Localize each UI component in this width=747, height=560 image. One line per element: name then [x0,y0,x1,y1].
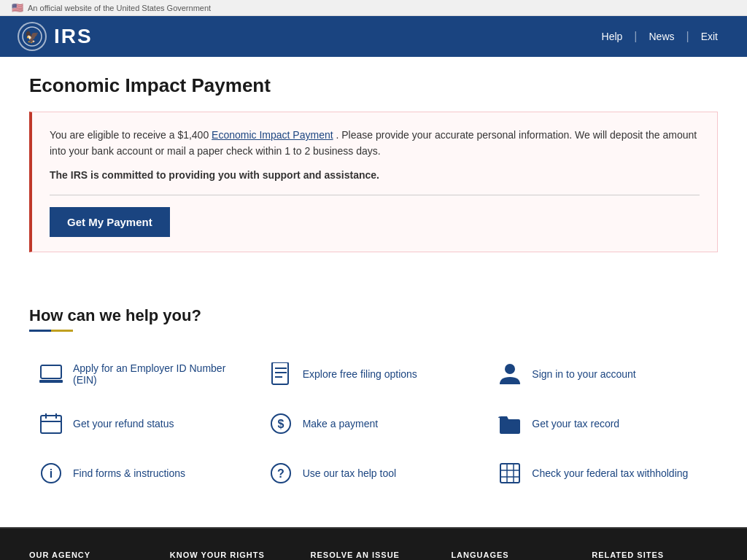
flag-icon: 🇺🇸 [12,2,23,13]
help-item-signin[interactable]: Sign in to your account [488,349,718,399]
laptop-icon [38,361,64,387]
svg-text:?: ? [277,467,285,480]
help-grid: Apply for an Employer ID Number (EIN) Ex… [29,349,718,498]
alert-text: You are eligible to receive a $1,400 Eco… [50,127,700,160]
calendar-icon [38,411,64,437]
nav-exit[interactable]: Exit [689,28,729,45]
info-icon: i [38,460,64,486]
help-link-filing[interactable]: Explore free filing options [303,368,417,380]
irs-logo: 🦅 IRS [18,22,93,51]
alert-bold-text: The IRS is committed to providing you wi… [50,167,700,183]
footer-grid: OUR AGENCY About IRS Careers Operations … [29,551,718,560]
help-item-ein[interactable]: Apply for an Employer ID Number (EIN) [29,349,259,399]
footer-col-languages: LANGUAGES Español 中文 (简体) 中文 (繁體) 한국어 Ру… [451,551,577,560]
irs-logo-text: IRS [54,25,93,48]
footer-heading-rights: KNOW YOUR RIGHTS [170,551,296,559]
help-link-forms[interactable]: Find forms & instructions [73,467,185,479]
header-nav: Help | News | Exit [590,28,729,45]
help-item-forms[interactable]: i Find forms & instructions [29,448,259,498]
help-item-helptool[interactable]: ? Use our tax help tool [259,448,489,498]
help-link-taxrecord[interactable]: Get your tax record [532,418,619,429]
svg-text:🦅: 🦅 [25,30,39,44]
help-item-withholding[interactable]: Check your federal tax withholding [488,448,718,498]
help-link-helptool[interactable]: Use our tax help tool [303,467,396,479]
page-title: Economic Impact Payment [29,74,718,97]
help-item-payment[interactable]: $ Make a payment [259,399,489,448]
svg-rect-9 [41,416,61,433]
footer-heading-agency: OUR AGENCY [29,551,155,559]
footer-col-related: RELATED SITES U.S. Treasury Treasury Ins… [592,551,718,560]
gov-banner: 🇺🇸 An official website of the United Sta… [0,0,747,16]
help-title-underline [29,330,73,332]
svg-rect-3 [39,380,63,383]
help-link-signin[interactable]: Sign in to your account [532,368,635,380]
site-header: 🦅 IRS Help | News | Exit [0,16,747,57]
help-item-taxrecord[interactable]: Get your tax record [488,399,718,448]
eip-link[interactable]: Economic Impact Payment [212,129,333,141]
footer-col-rights: KNOW YOUR RIGHTS Taxpayer Bill of Rights… [170,551,296,560]
help-link-refund[interactable]: Get your refund status [73,418,174,429]
svg-point-8 [505,364,515,374]
svg-rect-19 [500,464,519,483]
document-icon [268,361,294,387]
grid-icon [497,460,523,486]
alert-box: You are eligible to receive a $1,400 Eco… [29,112,718,252]
question-icon: ? [268,460,294,486]
eagle-icon: 🦅 [18,22,47,51]
svg-text:i: i [50,467,53,480]
footer-heading-resolve: RESOLVE AN ISSUE [311,551,437,559]
help-section: How can we help you? Apply for an Employ… [0,292,747,520]
site-footer: OUR AGENCY About IRS Careers Operations … [0,529,747,560]
help-link-ein[interactable]: Apply for an Employer ID Number (EIN) [73,362,250,386]
footer-heading-related: RELATED SITES [592,551,718,559]
svg-rect-2 [41,365,61,378]
help-section-title: How can we help you? [29,306,718,325]
footer-col-agency: OUR AGENCY About IRS Careers Operations … [29,551,155,560]
alert-prefix: You are eligible to receive a $1,400 [50,129,212,141]
nav-news[interactable]: News [637,28,686,45]
main-content: Economic Impact Payment You are eligible… [0,57,747,560]
dollar-circle-icon: $ [268,411,294,437]
get-payment-button[interactable]: Get My Payment [50,207,170,237]
page-body: Economic Impact Payment You are eligible… [0,57,747,292]
help-item-refund[interactable]: Get your refund status [29,399,259,448]
folder-icon [497,411,523,437]
gov-banner-text: An official website of the United States… [28,4,211,12]
help-link-withholding[interactable]: Check your federal tax withholding [532,467,688,479]
alert-divider [50,195,700,195]
svg-text:$: $ [277,418,284,430]
help-item-filing[interactable]: Explore free filing options [259,349,489,399]
footer-col-resolve: RESOLVE AN ISSUE IRS Notices and Letters… [311,551,437,560]
person-icon [497,361,523,387]
footer-heading-languages: LANGUAGES [451,551,577,559]
nav-help[interactable]: Help [590,28,635,45]
help-link-payment[interactable]: Make a payment [303,418,379,429]
